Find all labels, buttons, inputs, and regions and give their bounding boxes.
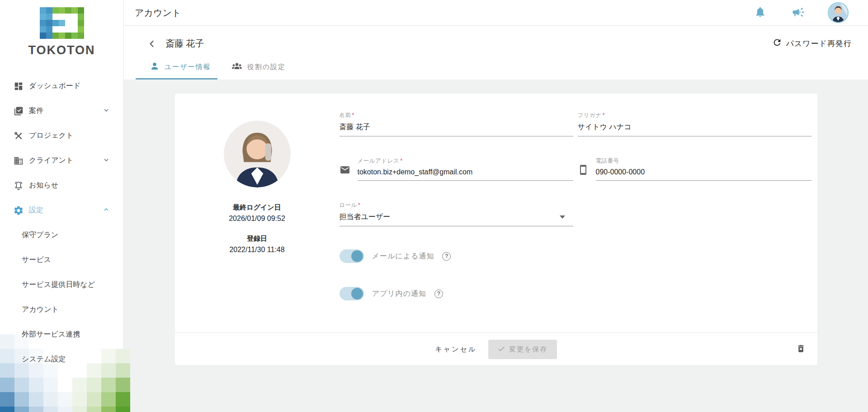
sidebar-item-dashboard[interactable]: ダッシュボード [0,74,123,98]
sidebar-item-label: クライアント [29,156,73,165]
toggle-knob [351,250,363,262]
help-icon[interactable]: ? [434,290,443,298]
save-button[interactable]: 変更を保存 [488,340,557,359]
sidebar-sub-label: 保守プラン [22,230,58,240]
sidebar-item-label: プロジェクト [29,131,73,140]
save-label: 変更を保存 [509,345,547,354]
furigana-field: フリガナ* サイトウ ハナコ [578,112,811,136]
app-notification-toggle[interactable] [340,287,364,300]
avatar [828,2,849,23]
email-icon [340,157,358,181]
email-label: メールアドレス [358,158,400,164]
sidebar-item-maintenance-plan[interactable]: 保守プラン [0,223,123,248]
sidebar-sub-label: アカウント [22,305,59,314]
sidebar-item-external-services[interactable]: 外部サービス連携 [0,322,123,347]
sidebar-item-service[interactable]: サービス [0,248,123,272]
email-field: メールアドレス* tokoton.biz+demo_staff@gmail.co… [340,157,573,181]
content-area: 最終ログイン日 2026/01/09 09:52 登録日 2022/11/30 … [124,80,868,412]
cancel-button[interactable]: キャンセル [435,345,476,354]
password-reissue-button[interactable]: パスワード再発行 [772,37,852,50]
dashboard-icon [13,81,24,92]
user-menu-button[interactable] [828,2,849,23]
sidebar-item-project[interactable]: プロジェクト [0,123,123,148]
toggle-label: アプリ内の通知 [372,289,427,299]
user-card: 最終ログイン日 2026/01/09 09:52 登録日 2022/11/30 … [175,94,817,365]
gear-icon [13,205,24,216]
refresh-icon [772,37,782,50]
brand-name: TOKOTON [0,43,123,57]
email-notification-row: メールによる通知 ? [340,249,817,263]
building-icon [13,155,24,166]
phone-label: 電話番号 [596,158,619,164]
sidebar-item-label: お知らせ [29,181,58,190]
page-section-title: アカウント [135,7,181,19]
tab-label: ユーザー情報 [165,63,211,71]
furigana-input[interactable]: サイトウ ハナコ [578,119,811,136]
required-mark: * [400,158,402,164]
required-mark: * [603,112,605,118]
phone-field: 電話番号 090-0000-0000 [578,157,811,181]
brand: TOKOTON [0,0,123,74]
required-mark: * [352,112,354,118]
tokoton-logo [40,7,84,39]
trash-icon [796,344,806,355]
delete-user-button[interactable] [796,344,806,355]
sidebar-item-settings[interactable]: 設定 [0,198,123,223]
furigana-label: フリガナ [578,112,602,118]
registered-value: 2022/11/30 11:48 [175,246,340,254]
announcements-button[interactable] [792,5,805,20]
phone-icon [578,157,596,181]
chevron-down-icon [103,107,110,116]
email-notification-toggle[interactable] [340,249,364,263]
chevron-down-icon [103,156,110,165]
main: アカウント [124,0,868,412]
registered-label: 登録日 [175,234,340,243]
tabs: ユーザー情報 役割の設定 [124,56,868,80]
group-icon [231,61,243,74]
sidebar-item-account[interactable]: アカウント [0,297,123,322]
topbar-actions [729,2,849,23]
role-select[interactable]: 担当者ユーザー [340,209,573,226]
tools-icon [13,131,24,141]
sidebar-sub-label: サービス [22,255,51,265]
name-field: 名前* 斎藤 花子 [340,112,573,136]
name-input[interactable]: 斎藤 花子 [340,119,573,136]
fields-column: 名前* 斎藤 花子 フリガナ* サイトウ ハナコ [340,94,817,332]
sidebar-item-cases[interactable]: 案件 [0,98,123,123]
role-label: ロール [340,202,358,208]
tab-user-info[interactable]: ユーザー情報 [136,56,217,80]
help-icon[interactable]: ? [442,252,451,261]
cases-icon [13,106,24,117]
sidebar-item-system-settings[interactable]: システム設定 [0,347,123,372]
empty-field-slot [578,201,811,226]
role-field: ロール* 担当者ユーザー [340,201,573,226]
sidebar-item-news[interactable]: お知らせ [0,173,123,198]
app-root: TOKOTON ダッシュボード 案件 プロジェクト [0,0,868,412]
sidebar: TOKOTON ダッシュボード 案件 プロジェクト [0,0,124,412]
tab-role-settings[interactable]: 役割の設定 [222,56,292,80]
phone-input[interactable]: 090-0000-0000 [596,165,811,181]
bell-icon [13,180,24,191]
last-login-value: 2026/01/09 09:52 [175,215,340,223]
sidebar-item-service-hours[interactable]: サービス提供日時など [0,272,123,297]
card-body: 最終ログイン日 2026/01/09 09:52 登録日 2022/11/30 … [175,94,817,332]
bell-icon [754,6,766,19]
page-title: 斎藤 花子 [165,37,204,50]
person-icon [149,61,160,73]
email-input[interactable]: tokoton.biz+demo_staff@gmail.com [358,165,573,181]
sidebar-sub-label: サービス提供日時など [22,280,95,290]
toggle-knob [351,288,363,300]
page-head: 斎藤 花子 パスワード再発行 [124,26,868,50]
check-icon [497,345,505,354]
sidebar-item-label: 案件 [29,106,43,116]
notifications-button[interactable] [754,6,766,19]
profile-column: 最終ログイン日 2026/01/09 09:52 登録日 2022/11/30 … [175,94,340,332]
sidebar-sub-label: 外部サービス連携 [22,330,80,339]
sidebar-item-label: 設定 [29,206,43,215]
sidebar-item-client[interactable]: クライアント [0,148,123,173]
last-login-label: 最終ログイン日 [175,203,340,212]
dropdown-arrow-icon [560,215,565,219]
topbar: アカウント [124,0,868,26]
back-button[interactable] [146,38,157,49]
password-reissue-label: パスワード再発行 [786,38,852,49]
